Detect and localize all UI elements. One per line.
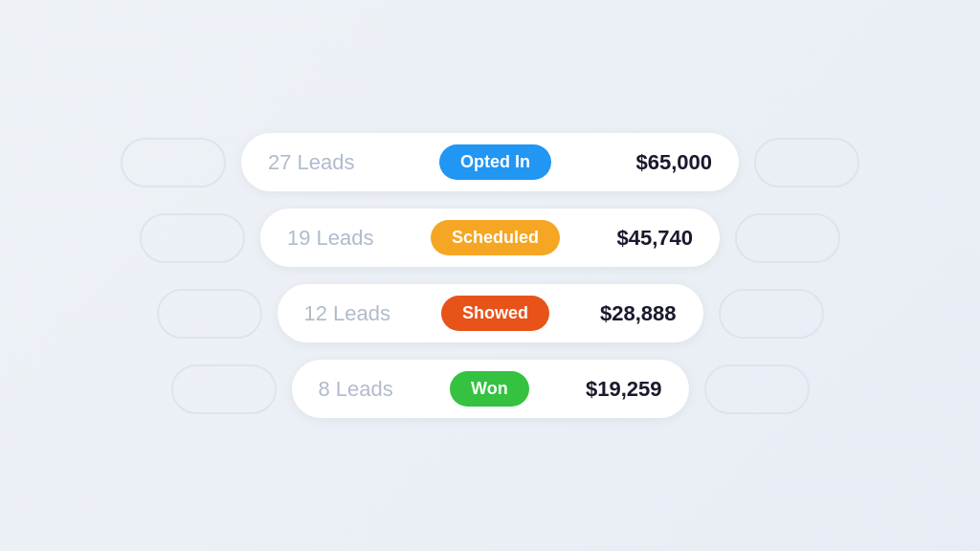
amount-1: $65,000	[635, 150, 712, 175]
side-pill-right-1	[754, 138, 859, 187]
status-badge-1[interactable]: Opted In	[439, 144, 551, 180]
stats-row-3: 12 LeadsShowed$28,888	[0, 284, 980, 342]
main-pill-3: 12 LeadsShowed$28,888	[278, 284, 703, 342]
status-badge-2[interactable]: Scheduled	[431, 220, 560, 255]
stats-row-1: 27 LeadsOpted In$65,000	[0, 133, 980, 191]
leads-count-2: 19 Leads	[287, 226, 374, 251]
stats-row-2: 19 LeadsScheduled$45,740	[0, 209, 980, 267]
side-pill-right-3	[719, 289, 824, 339]
status-badge-4[interactable]: Won	[450, 371, 529, 407]
main-container: 27 LeadsOpted In$65,00019 LeadsScheduled…	[0, 133, 980, 418]
side-pill-right-2	[735, 213, 840, 263]
amount-2: $45,740	[616, 226, 693, 251]
side-pill-left-1	[121, 138, 226, 187]
main-pill-4: 8 LeadsWon$19,259	[292, 360, 689, 418]
side-pill-right-4	[704, 364, 810, 414]
side-pill-left-4	[171, 364, 277, 414]
amount-4: $19,259	[586, 377, 662, 402]
main-pill-1: 27 LeadsOpted In$65,000	[241, 133, 739, 191]
leads-count-4: 8 Leads	[319, 377, 393, 402]
leads-count-1: 27 Leads	[268, 150, 355, 175]
main-pill-2: 19 LeadsScheduled$45,740	[260, 209, 720, 267]
side-pill-left-2	[140, 213, 245, 263]
stats-row-4: 8 LeadsWon$19,259	[0, 360, 980, 418]
side-pill-left-3	[157, 289, 262, 339]
amount-3: $28,888	[600, 301, 677, 326]
leads-count-3: 12 Leads	[304, 301, 391, 326]
status-badge-3[interactable]: Showed	[441, 296, 549, 331]
